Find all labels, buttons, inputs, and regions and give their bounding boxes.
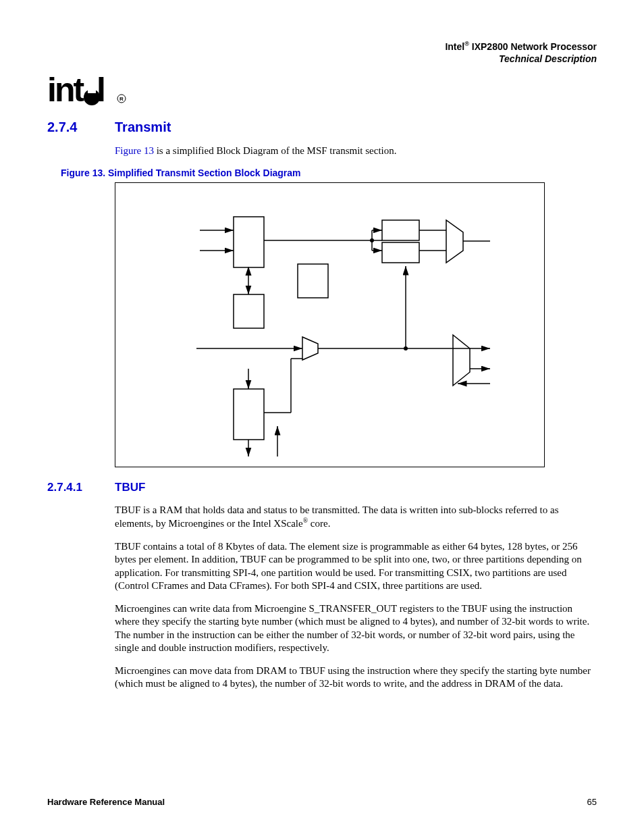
p1a: TBUF is a RAM that holds data and status… xyxy=(115,504,559,529)
intel-logo: int l R xyxy=(47,72,128,117)
paragraph-3: Microengines can write data from Microen… xyxy=(115,602,597,655)
page-number: 65 xyxy=(587,797,597,807)
paragraph-2: TBUF contains a total of 8 Kbytes of dat… xyxy=(115,540,597,593)
paragraph-1: TBUF is a RAM that holds data and status… xyxy=(115,504,597,531)
product-name: IXP2800 Network Processor xyxy=(472,41,597,52)
svg-rect-21 xyxy=(234,294,264,328)
intro-paragraph: Figure 13 is a simplified Block Diagram … xyxy=(115,145,597,158)
svg-text:int: int xyxy=(47,72,84,109)
block-diagram xyxy=(115,182,545,467)
footer-left: Hardware Reference Manual xyxy=(47,797,165,807)
svg-rect-8 xyxy=(234,217,264,267)
product-prefix: Intel xyxy=(445,41,464,52)
svg-text:l: l xyxy=(97,72,104,109)
svg-rect-15 xyxy=(382,220,419,240)
registered-icon: ® xyxy=(464,41,469,47)
figure-link[interactable]: Figure 13 xyxy=(115,145,154,156)
figure-caption: Figure 13. Simplified Transmit Section B… xyxy=(61,167,597,178)
paragraph-4: Microengines can move data from DRAM to … xyxy=(115,664,597,691)
section-title: Transmit xyxy=(115,120,171,135)
svg-text:R: R xyxy=(119,96,124,102)
registered-icon: ® xyxy=(303,517,308,524)
svg-point-28 xyxy=(404,346,408,350)
section-number: 2.7.4 xyxy=(47,120,115,135)
svg-rect-32 xyxy=(234,389,264,440)
subsection-title: TBUF xyxy=(115,481,145,494)
intro-rest: is a simplified Block Diagram of the MSF… xyxy=(154,145,397,156)
section-heading: 2.7.4 Transmit xyxy=(47,120,597,135)
subsection-heading: 2.7.4.1 TBUF xyxy=(47,481,597,494)
page-footer: Hardware Reference Manual 65 xyxy=(47,797,597,807)
svg-rect-22 xyxy=(298,264,328,298)
svg-rect-3 xyxy=(88,88,96,93)
p1b: core. xyxy=(308,518,330,529)
svg-rect-16 xyxy=(382,242,419,263)
page-header: Intel® IXP2800 Network Processor Technic… xyxy=(47,41,597,65)
header-subtitle: Technical Description xyxy=(499,53,597,64)
subsection-number: 2.7.4.1 xyxy=(47,481,115,494)
